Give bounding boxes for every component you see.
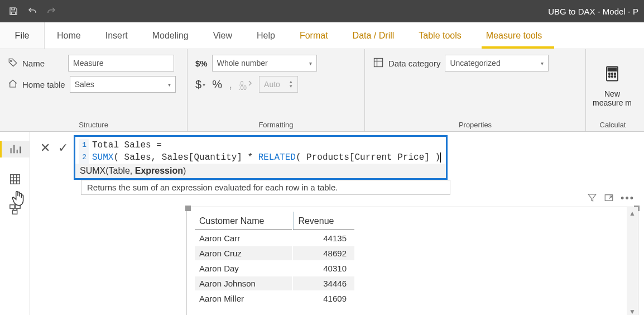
group-label-properties: Properties: [373, 117, 578, 129]
table-row[interactable]: Aaron Miller41609: [195, 292, 354, 306]
focus-mode-icon[interactable]: [604, 193, 614, 206]
ribbon: Name Measure Home table Sales ▾ Structur…: [0, 49, 644, 132]
more-options-icon[interactable]: •••: [621, 193, 635, 206]
visual-header-toolbar: •••: [587, 193, 635, 206]
chevron-down-icon: ▾: [309, 60, 312, 66]
redo-icon[interactable]: [44, 3, 59, 19]
cell-customer: Aaron Miller: [195, 292, 292, 306]
percent-button[interactable]: %: [212, 78, 222, 91]
svg-rect-8: [608, 68, 617, 71]
format-type-select[interactable]: Whole number ▾: [212, 55, 317, 71]
table-row[interactable]: Aaron Carr44135: [195, 231, 354, 245]
table-row[interactable]: Aaron Johnson34446: [195, 276, 354, 290]
group-label-calculations: Calculat: [589, 117, 636, 129]
column-header-customer[interactable]: Customer Name: [195, 212, 292, 230]
data-category-label: Data category: [388, 59, 440, 68]
home-table-label: Home table: [22, 80, 65, 89]
undo-icon[interactable]: [25, 3, 40, 19]
svg-rect-19: [10, 175, 20, 184]
cell-customer: Aaron Cruz: [195, 246, 292, 260]
svg-point-11: [614, 73, 616, 74]
formula-line-1: Total Sales =: [89, 139, 162, 151]
scroll-up-icon[interactable]: ▲: [629, 209, 636, 217]
category-icon: [373, 57, 384, 70]
scroll-down-icon[interactable]: ▼: [629, 308, 636, 315]
formula-bar[interactable]: 1 Total Sales = 2 SUMX( Sales, Sales[Qua…: [74, 135, 448, 180]
svg-text:.00: .00: [239, 85, 247, 90]
menu-modeling[interactable]: Modeling: [140, 22, 201, 49]
intellisense-signature: SUMX(Table, Expression): [75, 164, 446, 178]
decimal-button[interactable]: .0 .00: [239, 79, 252, 90]
ribbon-group-calculations: New measure m Calculat: [586, 49, 644, 131]
cell-revenue: 48692: [293, 246, 354, 260]
group-label-structure: Structure: [8, 117, 179, 129]
svg-point-12: [609, 75, 611, 77]
svg-rect-0: [11, 12, 16, 15]
view-rail: [0, 132, 30, 315]
cell-revenue: 44135: [293, 231, 354, 245]
menu-insert[interactable]: Insert: [93, 22, 140, 49]
file-tab[interactable]: File: [0, 22, 45, 49]
menu-table-tools[interactable]: Table tools: [406, 22, 474, 49]
cell-customer: Aaron Johnson: [195, 276, 292, 290]
menu-measure-tools[interactable]: Measure tools: [474, 22, 555, 49]
menu-home[interactable]: Home: [45, 22, 93, 49]
menu-help[interactable]: Help: [244, 22, 287, 49]
cell-revenue: 40310: [293, 261, 354, 275]
group-label-formatting: Formatting: [195, 117, 357, 129]
report-view-icon[interactable]: [0, 141, 30, 157]
table-visual[interactable]: ••• Customer Name Revenue Aaron Carr4413…: [186, 207, 638, 315]
svg-point-14: [614, 75, 616, 77]
cell-customer: Aaron Carr: [195, 231, 292, 245]
intellisense-description: Returns the sum of an expression evaluat…: [81, 180, 450, 195]
calculator-icon: [604, 65, 621, 86]
chevron-down-icon: ▾: [168, 82, 171, 88]
canvas: ✕ ✓ 1 Total Sales = 2 SUMX( Sales, Sales…: [30, 132, 644, 315]
data-table: Customer Name Revenue Aaron Carr44135Aar…: [194, 211, 355, 307]
save-icon[interactable]: [6, 3, 21, 19]
cancel-formula-button[interactable]: ✕: [40, 141, 50, 155]
vertical-scrollbar[interactable]: ▲ ▼: [627, 207, 638, 315]
svg-point-9: [609, 73, 611, 74]
decimal-places-input[interactable]: Auto ▲▼: [259, 76, 298, 93]
table-row[interactable]: Aaron Cruz48692: [195, 246, 354, 260]
currency-button[interactable]: $ ▾: [195, 78, 205, 91]
svg-rect-4: [374, 58, 383, 66]
commit-formula-button[interactable]: ✓: [58, 141, 68, 155]
resize-handle-icon[interactable]: [185, 206, 191, 211]
thousands-button[interactable]: ,: [229, 77, 232, 92]
svg-point-13: [612, 75, 613, 77]
window-title: UBG to DAX - Model - P: [548, 7, 638, 16]
ribbon-group-properties: Data category Uncategorized ▾ Properties: [365, 49, 586, 131]
home-icon: [8, 79, 18, 90]
title-bar: UBG to DAX - Model - P: [0, 0, 644, 22]
ribbon-group-formatting: $% Whole number ▾ $ ▾ % , .0 .00: [188, 49, 365, 131]
chevron-down-icon: ▾: [541, 60, 544, 66]
name-label: Name: [22, 59, 45, 68]
tag-icon: [8, 58, 18, 69]
home-table-select[interactable]: Sales ▾: [70, 76, 176, 93]
svg-point-1: [11, 60, 12, 61]
menu-bar: File HomeInsertModelingViewHelpFormatDat…: [0, 22, 644, 49]
cell-revenue: 34446: [293, 276, 354, 290]
menu-view[interactable]: View: [201, 22, 244, 49]
svg-rect-26: [12, 211, 17, 214]
new-measure-button[interactable]: New measure m: [589, 55, 635, 117]
ribbon-group-structure: Name Measure Home table Sales ▾ Structur…: [0, 49, 188, 131]
cursor-hand-icon: [11, 190, 26, 208]
menu-format[interactable]: Format: [287, 22, 340, 49]
data-category-select[interactable]: Uncategorized ▾: [445, 55, 549, 71]
filter-icon[interactable]: [587, 193, 597, 206]
table-row[interactable]: Aaron Day40310: [195, 261, 354, 275]
column-header-revenue[interactable]: Revenue: [293, 212, 354, 230]
measure-name-input[interactable]: Measure: [68, 55, 174, 71]
cell-customer: Aaron Day: [195, 261, 292, 275]
data-view-icon[interactable]: [7, 171, 23, 188]
formula-line-2: SUMX( Sales, Sales[Quantity] * RELATED( …: [89, 151, 441, 164]
svg-point-10: [612, 73, 613, 74]
menu-data-drill[interactable]: Data / Drill: [340, 22, 407, 49]
format-icon: $%: [195, 59, 208, 68]
cell-revenue: 41609: [293, 292, 354, 306]
